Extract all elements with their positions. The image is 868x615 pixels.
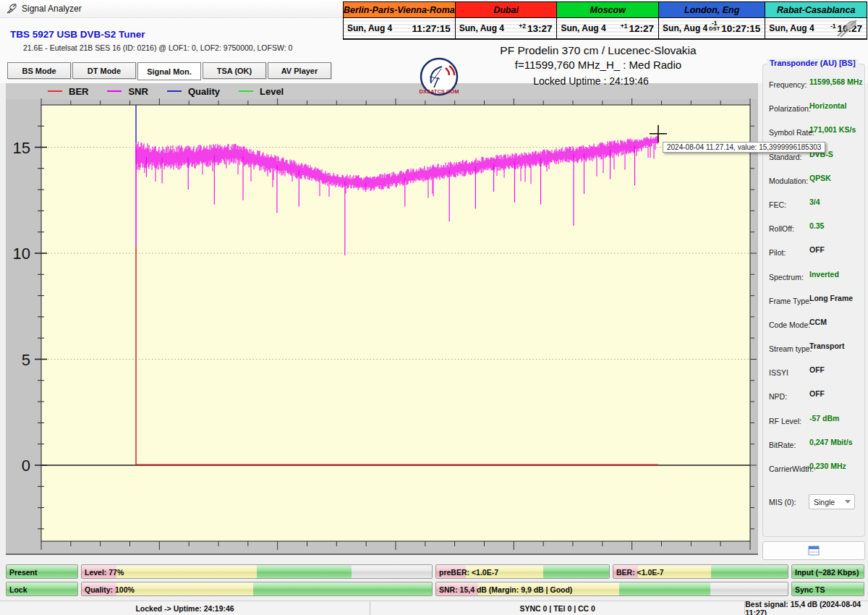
level-bar: Level: 77% — [81, 564, 433, 579]
ber-line-swatch — [48, 90, 62, 92]
row-issyi: ISSYIOFF — [763, 365, 864, 389]
row-carrier-width: CarrierWidth:0,230 MHz — [763, 462, 864, 485]
tab-tsa[interactable]: TSA (OK) — [203, 62, 266, 79]
clock-moscow: Moscow Sun, Aug 4 +1 12:27 — [556, 2, 658, 38]
tuner-name: TBS 5927 USB DVB-S2 Tuner — [10, 29, 145, 40]
svg-text:10: 10 — [13, 245, 30, 263]
mode-tabs: BS Mode DT Mode Signal Mon. TSA (OK) AV … — [7, 62, 333, 80]
status-sync: SYNC 0 | TEI 0 | CC 0 — [370, 601, 744, 615]
svg-text:15: 15 — [13, 139, 30, 157]
world-clocks: Berlin-Paris-Vienna-Roma Sun, Aug 4 11:2… — [343, 1, 867, 40]
clock-time: 10:27:15 — [721, 23, 765, 34]
status-uptime: Locked -> Uptime: 24:19:46 — [0, 601, 370, 615]
svg-text:0: 0 — [22, 457, 30, 475]
row-npd: NPD:OFF — [763, 389, 864, 413]
clock-time: 11:27:15 — [412, 23, 454, 34]
satellite-dish-icon — [6, 3, 17, 14]
sync-ts-bar: Sync TS — [791, 582, 864, 596]
ber-bar: BER: <1.0E-7 — [613, 564, 788, 579]
snr-line-swatch — [107, 90, 122, 92]
tab-signal-mon[interactable]: Signal Mon. — [137, 62, 201, 80]
window-title: Signal Analyzer — [22, 4, 82, 14]
legend-level: Level — [239, 86, 284, 97]
row-standard: Standard:DVB-S — [763, 150, 864, 174]
clock-day: Sun, Aug 4 — [765, 23, 814, 33]
quality-line-swatch — [167, 90, 182, 92]
row-code-mode: Code Mode:CCM — [763, 318, 864, 342]
clock-time: 12:27 — [629, 23, 659, 34]
legend-quality: Quality — [167, 86, 220, 97]
input-bar: Input (~282 Kbps) — [791, 564, 864, 579]
snr-bar: SNR: 15,4 dB (Margin: 9,9 dB | Good) — [435, 582, 788, 596]
clock-city: London, Eng — [659, 2, 765, 18]
clock-offset: +2 — [519, 24, 526, 29]
row-pilot: Pilot:OFF — [763, 245, 864, 269]
row-spectrum: Spectrum:Inverted — [763, 270, 864, 294]
clock-offset: +1 — [621, 24, 628, 29]
tab-bs-mode[interactable]: BS Mode — [7, 62, 71, 79]
row-frame-type: Frame Type:Long Frame — [763, 294, 864, 318]
satellite-icon — [832, 19, 861, 38]
tab-av-player[interactable]: AV Player — [268, 62, 331, 79]
clock-city: Rabat-Casablanca — [765, 2, 867, 18]
legend-ber: BER — [48, 86, 88, 97]
clock-day: Sun, Aug 4 — [456, 23, 504, 33]
tab-dt-mode[interactable]: DT Mode — [72, 62, 136, 79]
row-polarization: Polarization:Horizontal — [763, 101, 864, 125]
row-mis: MIS (0): Single — [763, 494, 864, 513]
tuner-details: 21.6E - Eutelsat 21B SES 16 (ID: 0216) @… — [23, 43, 292, 52]
preber-bar: preBER: <1.0E-7 — [435, 564, 610, 579]
lock-bar: Lock — [6, 582, 78, 596]
clock-london: London, Eng Sun, Aug 4 -1DST 10:27:15 — [658, 2, 765, 38]
clock-day: Sun, Aug 4 — [557, 23, 605, 33]
panel-title: Transponder (AU) [BS] — [767, 59, 859, 67]
status-bar: Locked -> Uptime: 24:19:46 SYNC 0 | TEI … — [0, 601, 868, 615]
clock-city: Dubai — [456, 2, 557, 18]
clock-day: Sun, Aug 4 — [659, 23, 707, 33]
row-fec: FEC:3/4 — [763, 198, 864, 221]
row-bitrate: BitRate:0,247 Mbit/s — [763, 438, 864, 462]
dish-location-title: PF Prodelin 370 cm / Lucenec-Slovakia — [454, 44, 743, 57]
mis-dropdown[interactable]: Single — [809, 494, 855, 509]
status-best-signal: Best signal: 15,4 dB (2024-08-04 11:27) — [744, 601, 868, 615]
signal-chart: BER SNR Quality Level 051015 — [6, 83, 758, 555]
clock-dubai: Dubai Sun, Aug 4 +2 13:27 — [455, 2, 557, 38]
chevron-down-icon — [845, 500, 851, 504]
clock-offset-label: DST — [709, 26, 720, 31]
clock-day: Sun, Aug 4 — [344, 23, 392, 33]
quality-bar: Quality: 100% — [81, 582, 433, 596]
locked-uptime-title: Locked Uptime : 24:19:46 — [454, 75, 728, 87]
logo-text: DXSATCS.COM — [420, 88, 459, 95]
row-rolloff: RollOff:0.35 — [763, 221, 864, 245]
level-line-swatch — [239, 90, 253, 92]
row-modulation: Modulation:QPSK — [763, 174, 864, 198]
clock-city: Berlin-Paris-Vienna-Roma — [344, 2, 455, 18]
clock-berlin: Berlin-Paris-Vienna-Roma Sun, Aug 4 11:2… — [344, 2, 455, 38]
present-bar: Present — [6, 564, 78, 579]
chart-tooltip: 2024-08-04 11.27.14, value: 15,399999618… — [663, 142, 825, 153]
service-list-button[interactable] — [762, 541, 865, 560]
row-rf-level: RF Level:-57 dBm — [763, 414, 864, 438]
row-frequency: Frequency:11599,568 MHz — [763, 77, 864, 101]
transponder-panel: Transponder (AU) [BS] Frequency:11599,56… — [762, 64, 865, 537]
clock-city: Moscow — [557, 2, 658, 18]
table-icon — [808, 546, 820, 556]
frequency-title: f=11599,760 MHz_H_ : Med Radio — [454, 59, 743, 71]
plot-area[interactable] — [41, 105, 750, 541]
svg-text:5: 5 — [22, 351, 30, 369]
clock-time: 13:27 — [527, 23, 557, 34]
row-stream-type: Stream type:Transport — [763, 342, 864, 365]
legend-snr: SNR — [107, 86, 148, 97]
